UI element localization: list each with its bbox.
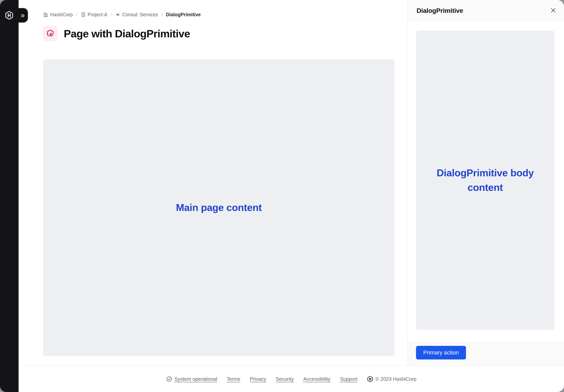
consul-gear-icon [45, 29, 55, 38]
close-icon [550, 7, 556, 13]
breadcrumb-item-consul-services[interactable]: Consul: Services [115, 12, 158, 17]
primary-action-button[interactable]: Primary action [416, 346, 466, 360]
consul-icon-tile [43, 26, 58, 41]
double-chevron-right-icon: » [21, 12, 25, 19]
copyright: © 2023 HashiCorp [367, 376, 416, 382]
dialog-body-placeholder-region: DialogPrimitive body content [416, 31, 554, 330]
dialog-title: DialogPrimitive [417, 7, 463, 14]
footer-link-security[interactable]: Security [276, 376, 294, 382]
org-icon [43, 12, 48, 17]
breadcrumb-item-hashicorp[interactable]: HashiCorp [43, 12, 73, 17]
footer-link-accessibility[interactable]: Accessibility [303, 376, 330, 382]
system-status-label: System operational [175, 376, 217, 382]
nav-rail [0, 0, 19, 392]
breadcrumb-item-current: DialogPrimitive [166, 12, 201, 17]
page-title: Page with DialogPrimitive [64, 27, 190, 40]
footer-link-support[interactable]: Support [340, 376, 357, 382]
footer-link-privacy[interactable]: Privacy [250, 376, 266, 382]
main-placeholder-region: Main page content [43, 59, 395, 356]
breadcrumb-label: Consul: Services [122, 12, 158, 17]
consul-icon [115, 12, 120, 17]
hashicorp-logo-icon [367, 376, 373, 382]
copyright-text: © 2023 HashiCorp [375, 376, 416, 382]
app-window: » HashiCorp / Project-A / [0, 0, 564, 392]
file-icon [81, 12, 86, 17]
breadcrumb-item-project-a[interactable]: Project-A [81, 12, 107, 17]
dialog-footer: Primary action [407, 342, 564, 366]
breadcrumb-separator: / [111, 12, 112, 17]
breadcrumb-label: HashiCorp [50, 12, 73, 17]
breadcrumb-separator: / [161, 12, 163, 17]
dialog-primitive-panel: DialogPrimitive DialogPrimitive body con… [407, 0, 564, 366]
check-circle-icon [166, 376, 172, 382]
system-status-link[interactable]: System operational [166, 376, 217, 382]
main-content: HashiCorp / Project-A / [19, 0, 407, 366]
breadcrumb-label: Project-A [88, 12, 107, 17]
page-header: Page with DialogPrimitive [43, 26, 190, 41]
footer-link-terms[interactable]: Terms [227, 376, 240, 382]
breadcrumb-label: DialogPrimitive [166, 12, 201, 17]
breadcrumb-separator: / [76, 12, 77, 17]
hashicorp-logo-icon [5, 11, 14, 20]
dialog-body-placeholder-text: DialogPrimitive body content [428, 166, 543, 195]
main-placeholder-text: Main page content [176, 200, 262, 215]
dialog-header: DialogPrimitive [407, 0, 564, 21]
app-footer: System operational Terms Privacy Securit… [19, 366, 564, 392]
breadcrumb: HashiCorp / Project-A / [43, 10, 201, 19]
dialog-close-button[interactable] [548, 5, 558, 15]
